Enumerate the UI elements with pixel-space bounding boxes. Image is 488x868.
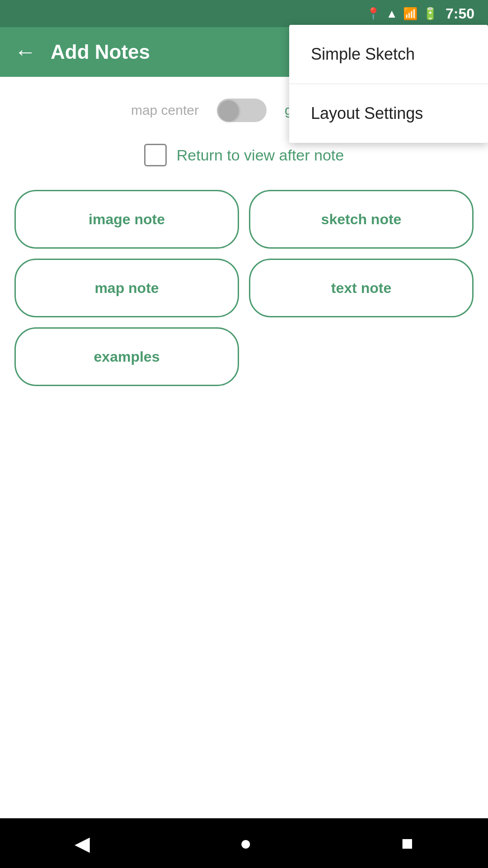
battery-icon: 🔋 [423, 7, 437, 21]
nav-home-button[interactable]: ● [239, 832, 252, 854]
status-bar: 📍 ▲ 📶 🔋 7:50 [0, 0, 488, 27]
examples-button[interactable]: examples [14, 327, 239, 386]
menu-item-layout-settings[interactable]: Layout Settings [289, 84, 488, 143]
note-buttons-grid: image note sketch note map note text not… [14, 190, 474, 386]
location-toggle[interactable] [217, 99, 267, 122]
location-icon: 📍 [366, 7, 380, 21]
nav-bar: ◀ ● ■ [0, 818, 488, 868]
menu-item-simple-sketch[interactable]: Simple Sketch [289, 25, 488, 84]
nav-recent-button[interactable]: ■ [401, 832, 413, 854]
nav-back-button[interactable]: ◀ [75, 832, 90, 855]
toggle-thumb [219, 100, 239, 120]
return-to-view-label: Return to view after note [177, 146, 344, 164]
back-button[interactable]: ← [14, 41, 36, 63]
image-note-button[interactable]: image note [14, 190, 239, 249]
sketch-note-button[interactable]: sketch note [249, 190, 474, 249]
map-note-button[interactable]: map note [14, 259, 239, 317]
status-icons: 📍 ▲ 📶 🔋 [366, 7, 437, 21]
status-time: 7:50 [446, 5, 474, 22]
signal-icon: 📶 [403, 7, 418, 21]
return-to-view-checkbox[interactable] [144, 144, 167, 166]
dropdown-menu: Simple Sketch Layout Settings [289, 25, 488, 143]
app-bar: ← Add Notes Simple Sketch Layout Setting… [0, 27, 488, 77]
checkbox-row: Return to view after note [14, 144, 474, 166]
wifi-icon: ▲ [386, 7, 398, 21]
text-note-button[interactable]: text note [249, 259, 474, 317]
map-center-label: map center [131, 103, 199, 118]
